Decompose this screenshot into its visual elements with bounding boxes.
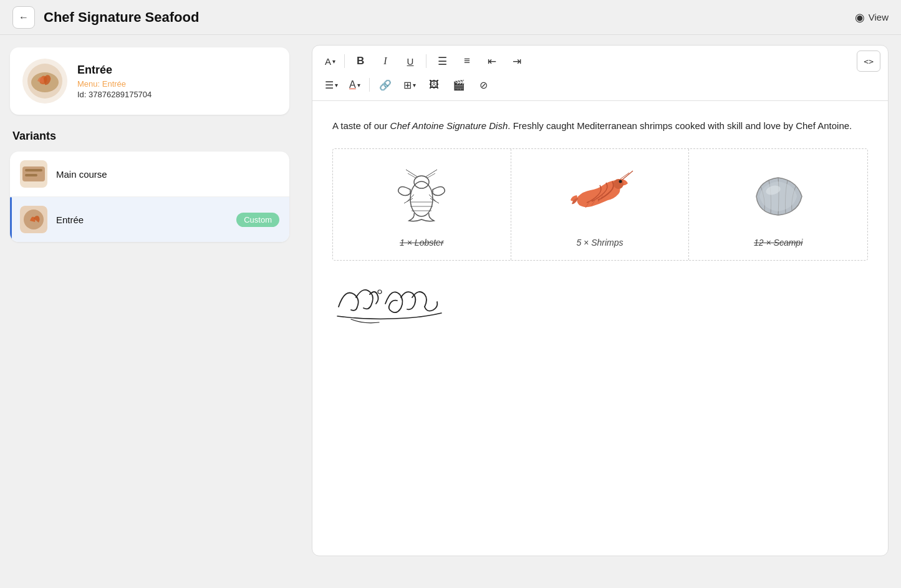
underline-icon: U — [407, 56, 414, 67]
video-icon: 🎬 — [453, 79, 465, 91]
link-button[interactable]: 🔗 — [373, 74, 397, 95]
indent-right-button[interactable]: ⇥ — [505, 51, 529, 72]
item-card-menu: Menu: Entrée — [77, 79, 277, 89]
item-card: Entrée Menu: Entrée Id: 37876289175704 — [10, 47, 289, 115]
video-button[interactable]: 🎬 — [447, 74, 471, 95]
source-code-icon: <> — [864, 57, 874, 66]
variant-item-entree[interactable]: Entrée Custom — [10, 197, 289, 242]
back-button[interactable]: ← — [12, 6, 35, 29]
svg-point-22 — [619, 180, 622, 183]
svg-point-9 — [414, 176, 429, 188]
indent-left-button[interactable]: ⇤ — [480, 51, 504, 72]
shrimp-icon — [566, 168, 634, 224]
variants-title: Variants — [10, 130, 289, 143]
editor-container: A ▾ B I U — [312, 45, 889, 556]
shrimp-image — [556, 161, 643, 230]
svg-point-8 — [410, 181, 433, 216]
svg-point-21 — [614, 179, 624, 189]
source-code-button[interactable]: <> — [857, 51, 880, 72]
align-button[interactable]: ☰ ▾ — [320, 74, 343, 95]
variant-thumb-entree — [20, 206, 47, 233]
font-label: A — [325, 56, 331, 67]
sidebar: Entrée Menu: Entrée Id: 37876289175704 V… — [0, 35, 299, 588]
custom-badge: Custom — [236, 213, 279, 227]
font-button[interactable]: A ▾ — [320, 51, 340, 72]
variant-item-main-course[interactable]: Main course — [10, 152, 289, 197]
scampi-label: 12 × Scampi — [754, 238, 802, 248]
entree-thumbnail-icon — [26, 62, 64, 100]
italic-text: Chef Antoine Signature Dish — [390, 120, 508, 131]
signature-area — [332, 276, 868, 328]
align-dropdown-arrow-icon: ▾ — [335, 82, 338, 89]
page-header: ← Chef Signature Seafood ◉ View — [0, 0, 901, 35]
table-button[interactable]: ⊞ ▾ — [398, 74, 421, 95]
scampi-icon — [747, 173, 809, 219]
seafood-grid: 1 × Lobster — [332, 148, 868, 261]
view-icon: ◉ — [855, 11, 865, 24]
item-card-name: Entrée — [77, 64, 277, 77]
item-card-image — [22, 59, 67, 104]
italic-button[interactable]: I — [373, 51, 397, 72]
unordered-list-button[interactable]: ☰ — [430, 51, 454, 72]
font-dropdown-arrow-icon: ▾ — [332, 58, 335, 65]
bold-button[interactable]: B — [349, 51, 372, 72]
editor-body: A taste of our Chef Antoine Signature Di… — [312, 101, 888, 345]
editor-toolbar: A ▾ B I U — [312, 46, 888, 101]
color-dropdown-arrow-icon: ▾ — [357, 82, 360, 89]
id-label: Id: — [77, 90, 86, 99]
svg-rect-5 — [25, 174, 37, 176]
underline-button[interactable]: U — [398, 51, 422, 72]
item-card-info: Entrée Menu: Entrée Id: 37876289175704 — [77, 64, 277, 99]
ordered-list-button[interactable]: ≡ — [455, 51, 479, 72]
menu-value: Entrée — [102, 79, 126, 89]
image-button[interactable]: 🖼 — [422, 74, 446, 95]
ol-icon: ≡ — [464, 55, 470, 67]
block-button[interactable]: ⊘ — [472, 74, 496, 95]
table-icon: ⊞ — [403, 79, 412, 91]
italic-icon: I — [383, 55, 387, 67]
view-label: View — [869, 12, 889, 22]
text-color-icon: A — [349, 79, 356, 90]
seafood-cell-shrimps: 5 × Shrimps — [511, 149, 690, 260]
signature-image — [332, 276, 457, 325]
lobster-image — [378, 161, 465, 230]
svg-line-15 — [404, 198, 413, 203]
seafood-cell-lobster: 1 × Lobster — [333, 149, 511, 260]
menu-label: Menu: — [77, 79, 100, 89]
editor-description: A taste of our Chef Antoine Signature Di… — [332, 118, 868, 133]
svg-line-23 — [622, 171, 633, 180]
variant-thumb-main-course — [20, 160, 47, 188]
variant-name-entree: Entrée — [56, 214, 228, 225]
table-dropdown-arrow-icon: ▾ — [413, 82, 416, 89]
image-icon: 🖼 — [429, 79, 439, 90]
toolbar-separator-3 — [369, 78, 370, 92]
item-card-id: Id: 37876289175704 — [77, 90, 277, 99]
indent-right-icon: ⇥ — [513, 55, 521, 68]
toolbar-separator-2 — [426, 54, 426, 68]
shrimps-label: 5 × Shrimps — [576, 238, 623, 248]
ul-icon: ☰ — [438, 55, 447, 68]
back-arrow-icon: ← — [19, 12, 29, 23]
variants-section: Variants Main course — [10, 130, 289, 242]
text-color-button[interactable]: A ▾ — [344, 74, 365, 95]
view-button[interactable]: ◉ View — [855, 11, 889, 24]
svg-point-29 — [378, 290, 382, 294]
align-icon: ☰ — [325, 79, 334, 91]
seafood-cell-scampi: 12 × Scampi — [689, 149, 867, 260]
scampi-image — [735, 161, 822, 230]
variants-list: Main course Entrée Custom — [10, 152, 289, 242]
svg-rect-4 — [25, 169, 42, 171]
lobster-icon — [384, 165, 459, 227]
bold-icon: B — [357, 55, 364, 67]
toolbar-row-2: ☰ ▾ A ▾ 🔗 ⊞ ▾ — [320, 74, 880, 95]
variant-name-main-course: Main course — [56, 169, 279, 180]
toolbar-row-1: A ▾ B I U — [320, 51, 880, 72]
toolbar-separator-1 — [344, 54, 345, 68]
main-layout: Entrée Menu: Entrée Id: 37876289175704 V… — [0, 35, 901, 588]
content-area: A ▾ B I U — [299, 35, 901, 588]
lobster-label: 1 × Lobster — [400, 238, 443, 248]
id-value: 37876289175704 — [89, 90, 152, 99]
header-left: ← Chef Signature Seafood — [12, 6, 199, 29]
svg-line-10 — [406, 170, 418, 177]
block-icon: ⊘ — [479, 79, 488, 91]
